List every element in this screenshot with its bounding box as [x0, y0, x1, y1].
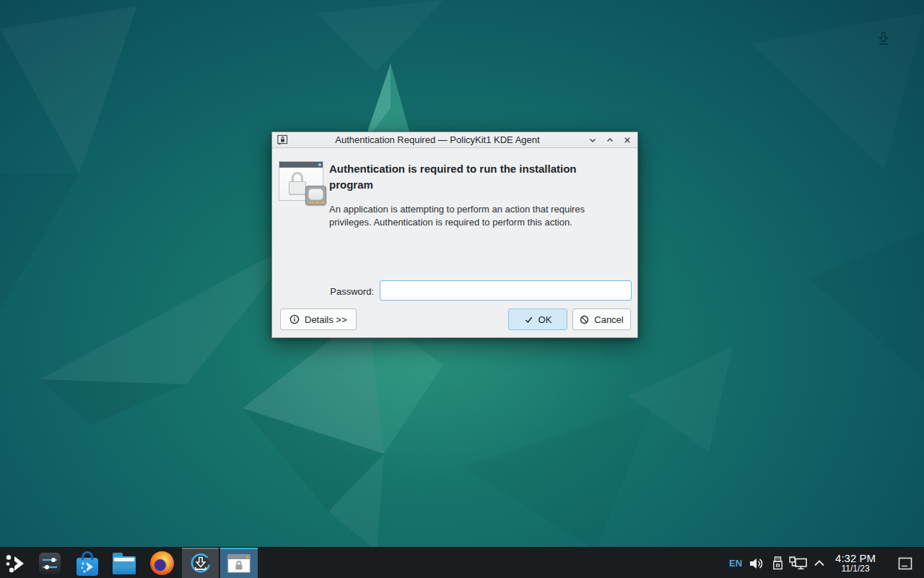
- taskbar: EN: [0, 547, 924, 578]
- discover-bag-icon: [77, 558, 98, 576]
- discover-button[interactable]: [73, 548, 102, 578]
- cancel-button[interactable]: Cancel: [572, 309, 631, 330]
- minimize-icon[interactable]: [587, 134, 598, 145]
- task-installer-download[interactable]: [182, 548, 219, 578]
- download-arrow-icon[interactable]: [878, 32, 889, 46]
- lock-window-drive-icon: [279, 160, 324, 203]
- maximize-icon[interactable]: [604, 134, 615, 145]
- sliders-icon: [39, 553, 61, 574]
- dialog-content: Authentication is required to run the in…: [272, 148, 637, 338]
- auth-window-task-icon: [227, 553, 250, 574]
- ok-button[interactable]: OK: [508, 309, 567, 330]
- cancel-button-label: Cancel: [594, 314, 623, 325]
- password-label: Password:: [272, 286, 374, 297]
- usb-device-icon[interactable]: [770, 548, 785, 578]
- checkmark-icon: [524, 315, 533, 324]
- volume-icon[interactable]: [747, 548, 766, 578]
- show-desktop-icon: [898, 557, 912, 570]
- clock-time: 4:32 PM: [835, 553, 876, 565]
- details-button-label: Details >>: [305, 314, 347, 325]
- keyboard-layout-indicator[interactable]: EN: [725, 548, 746, 578]
- clock-date: 11/1/23: [841, 564, 869, 574]
- firefox-button[interactable]: [147, 548, 176, 578]
- kde-launcher-icon: [5, 553, 27, 574]
- dialog-message: An application is attempting to perform …: [329, 203, 619, 229]
- installer-download-icon: [190, 553, 212, 574]
- dialog-title: Authentication Required — PolicyKit1 KDE…: [292, 134, 583, 145]
- desktop: Authentication Required — PolicyKit1 KDE…: [0, 0, 924, 578]
- close-icon[interactable]: [622, 134, 632, 145]
- dolphin-file-manager-button[interactable]: [110, 548, 139, 578]
- window-controls: [587, 134, 632, 145]
- folder-icon: [113, 556, 136, 574]
- password-input[interactable]: [380, 280, 632, 301]
- dialog-heading: Authentication is required to run the in…: [329, 161, 615, 193]
- task-authentication-window[interactable]: [220, 548, 258, 578]
- ok-button-label: OK: [539, 314, 552, 325]
- network-icon[interactable]: [788, 548, 808, 578]
- digital-clock[interactable]: 4:32 PM 11/1/23: [829, 548, 882, 578]
- info-icon: [289, 314, 300, 324]
- application-launcher-button[interactable]: [3, 548, 29, 578]
- auth-window-icon: [277, 134, 288, 145]
- expand-tray-chevron-icon[interactable]: [811, 548, 827, 578]
- show-desktop-button[interactable]: [895, 548, 915, 578]
- dialog-titlebar[interactable]: Authentication Required — PolicyKit1 KDE…: [272, 132, 637, 148]
- authentication-dialog: Authentication Required — PolicyKit1 KDE…: [271, 131, 638, 338]
- cancel-icon: [580, 315, 589, 324]
- system-settings-button[interactable]: [35, 548, 64, 578]
- details-button[interactable]: Details >>: [280, 309, 357, 330]
- firefox-icon: [150, 551, 174, 575]
